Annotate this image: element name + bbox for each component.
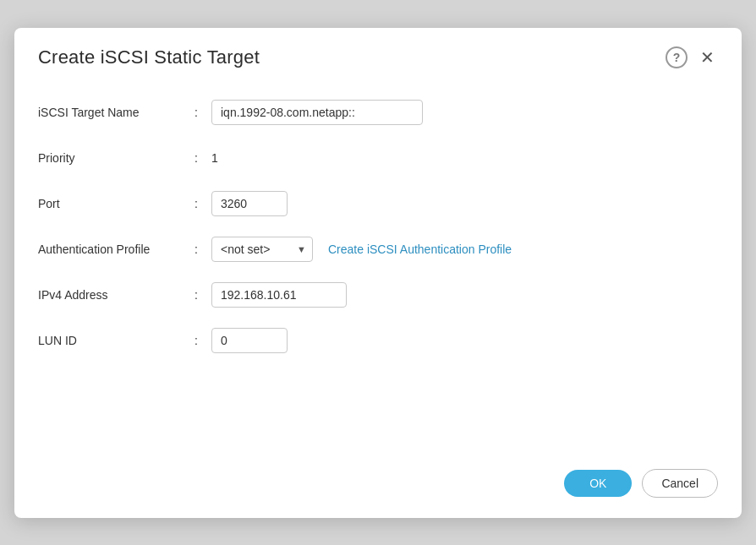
auth-profile-label: Authentication Profile xyxy=(38,243,194,256)
lun-id-colon: : xyxy=(194,334,211,347)
ipv4-label: IPv4 Address xyxy=(38,288,194,302)
dialog-overlay: Create iSCSI Static Target ? ✕ iSCSI Tar… xyxy=(0,0,756,545)
auth-profile-select[interactable]: <not set> xyxy=(211,237,313,262)
port-row: Port : xyxy=(38,188,718,219)
lun-id-label: LUN ID xyxy=(38,334,194,347)
close-button[interactable]: ✕ xyxy=(696,46,718,68)
auth-profile-row: Authentication Profile : <not set> ▼ Cre… xyxy=(38,234,718,264)
lun-id-value-container xyxy=(211,328,288,353)
ipv4-row: IPv4 Address : xyxy=(38,280,718,310)
priority-value: 1 xyxy=(211,146,218,170)
port-value-container xyxy=(211,191,288,216)
iscsi-target-name-input[interactable] xyxy=(211,100,423,125)
ipv4-value-container xyxy=(211,282,347,308)
iscsi-target-name-label: iSCSI Target Name xyxy=(38,106,194,119)
dialog-title: Create iSCSI Static Target xyxy=(38,46,260,68)
port-input[interactable] xyxy=(211,191,288,216)
cancel-button[interactable]: Cancel xyxy=(642,469,718,498)
port-label: Port xyxy=(38,197,194,210)
ipv4-colon: : xyxy=(194,288,211,302)
dialog-header: Create iSCSI Static Target ? ✕ xyxy=(14,28,742,82)
iscsi-target-name-row: iSCSI Target Name : xyxy=(38,97,718,128)
lun-id-input[interactable] xyxy=(211,328,288,353)
ok-button[interactable]: OK xyxy=(564,470,632,497)
iscsi-target-name-value xyxy=(211,100,423,125)
priority-colon: : xyxy=(194,151,211,165)
dialog-footer: OK Cancel xyxy=(14,455,742,518)
port-colon: : xyxy=(194,197,211,210)
auth-profile-value-container: <not set> ▼ Create iSCSI Authentication … xyxy=(211,237,512,262)
priority-value-container: 1 xyxy=(211,146,218,170)
dialog-header-actions: ? ✕ xyxy=(666,46,718,68)
iscsi-target-name-colon: : xyxy=(194,106,211,119)
lun-id-row: LUN ID : xyxy=(38,325,718,356)
dialog-body: iSCSI Target Name : Priority : 1 Port : xyxy=(14,82,742,455)
dialog: Create iSCSI Static Target ? ✕ iSCSI Tar… xyxy=(14,28,742,518)
help-button[interactable]: ? xyxy=(666,46,688,68)
auth-profile-select-wrapper: <not set> ▼ xyxy=(211,237,313,262)
auth-profile-colon: : xyxy=(194,243,211,256)
ipv4-input[interactable] xyxy=(211,282,347,308)
priority-row: Priority : 1 xyxy=(38,143,718,173)
priority-label: Priority xyxy=(38,151,194,165)
create-auth-profile-link[interactable]: Create iSCSI Authentication Profile xyxy=(328,243,512,256)
